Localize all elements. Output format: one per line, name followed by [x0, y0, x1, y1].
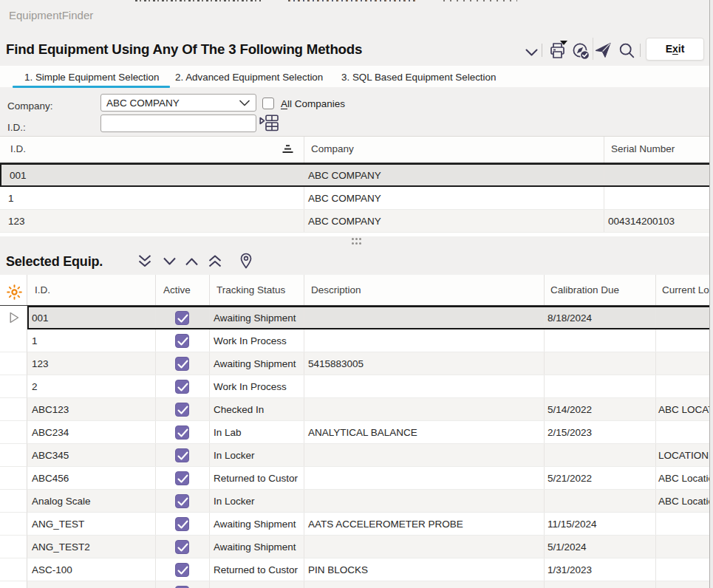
exit-button[interactable]: Exit [646, 38, 704, 61]
check-icon [177, 497, 188, 507]
results-grid-row[interactable]: 123ABC COMPANY004314200103 [0, 210, 710, 233]
equip-grid-row[interactable]: 001Awaiting Shipment8/18/2024 [0, 306, 710, 329]
active-checkbox[interactable] [175, 334, 189, 348]
cell-current-location [655, 558, 710, 581]
page-title: Find Equipment Using Any Of The 3 Follow… [6, 41, 362, 58]
equip-grid-row[interactable]: ABC345In LockerLOCATION [0, 444, 710, 467]
results-grid-row[interactable]: 001ABC COMPANY [0, 163, 710, 187]
column-header-id[interactable]: I.D. [0, 137, 304, 163]
equip-grid-row[interactable]: ANG_TEST2Awaiting Shipment5/1/2024 [0, 536, 710, 558]
equip-grid-row[interactable]: Analog ScaleIn LockerABC Locatio [0, 490, 710, 513]
cell-calibration-due: 11/15/2024 [544, 513, 655, 535]
cell-description: AATS ACCELEROMETER PROBE [304, 513, 544, 535]
splitter-grip[interactable] [352, 238, 362, 245]
active-checkbox[interactable] [175, 357, 189, 371]
search-icon[interactable] [619, 43, 635, 58]
tab-sql-based-equipment-selection[interactable]: 3. SQL Based Equipment Selection [336, 66, 500, 87]
cell-calibration-due [544, 581, 655, 588]
move-down-icon[interactable] [163, 256, 177, 267]
location-pin-icon[interactable] [240, 253, 252, 269]
company-dropdown-value: ABC COMPANY [106, 98, 180, 109]
cell-description [304, 536, 544, 558]
all-companies-label[interactable]: All Companies [281, 98, 345, 109]
cell-tracking-status: In Lab [209, 421, 304, 443]
indicator-column-header [0, 275, 27, 305]
column-header-tracking-status[interactable]: Tracking Status [209, 275, 304, 305]
cell-id: 1 [27, 329, 155, 352]
id-input[interactable] [100, 114, 256, 132]
column-header-id[interactable]: I.D. [27, 275, 155, 305]
cell-id: 001 [27, 306, 155, 329]
cell-tracking-status: In Locker [209, 444, 304, 466]
cell-id: ANG_TEST2 [27, 536, 155, 558]
equip-grid-row[interactable]: ABC123Checked In5/14/2022ABC LOCAT [0, 398, 710, 421]
move-all-down-icon[interactable] [137, 254, 152, 269]
cell-description [304, 329, 544, 352]
cell-current-location [655, 536, 710, 558]
background-window-remnant [288, 0, 415, 1]
equip-grid-row[interactable]: ABC234In LabANALYTICAL BALANCE2/15/2023 [0, 421, 710, 444]
cell-id: 001 [1, 165, 305, 185]
cell-description: ANALYTICAL BALANCE [304, 421, 544, 443]
move-up-icon[interactable] [185, 256, 199, 267]
cell-current-location: LOCATION [655, 444, 710, 466]
column-header-current-location[interactable]: Current Lo [655, 275, 710, 305]
row-indicator-cell [0, 352, 27, 375]
cell-id: ABC456 [27, 467, 155, 489]
results-grid-header: I.D. Company Serial Number [0, 137, 710, 163]
column-header-active[interactable]: Active [155, 275, 209, 305]
results-grid-row[interactable]: 1ABC COMPANY [0, 187, 710, 210]
selected-equipment-grid: I.D. Active Tracking Status Description … [0, 275, 710, 588]
column-header-serial-number[interactable]: Serial Number [604, 137, 710, 163]
cell-current-location: ABC Locatio [655, 490, 710, 512]
active-checkbox[interactable] [175, 517, 189, 531]
sort-ascending-icon [282, 145, 293, 154]
active-checkbox[interactable] [175, 311, 189, 325]
cell-calibration-due [544, 329, 655, 352]
active-checkbox[interactable] [175, 448, 189, 462]
move-all-up-icon[interactable] [208, 254, 222, 269]
cell-calibration-due [544, 352, 655, 375]
active-checkbox[interactable] [175, 494, 189, 508]
equip-grid-header: I.D. Active Tracking Status Description … [0, 275, 710, 306]
check-icon [177, 314, 188, 324]
equip-grid-row[interactable]: 1Work In Process [0, 329, 710, 352]
active-checkbox[interactable] [175, 586, 189, 588]
equipment-finder-window: EquipmentFinder Find Equipment Using Any… [0, 0, 710, 588]
equip-grid-row[interactable]: ABC456Returned to Custor5/21/2022ABC Loc… [0, 467, 710, 490]
equip-grid-row[interactable]: ANG_TESTAwaiting ShipmentAATS ACCELEROME… [0, 513, 710, 536]
active-checkbox[interactable] [175, 380, 189, 394]
tab-simple-equipment-selection[interactable]: 1. Simple Equipment Selection [13, 66, 170, 87]
column-header-calibration-due[interactable]: Calibration Due [544, 275, 655, 305]
active-checkbox[interactable] [175, 403, 189, 417]
cell-calibration-due: 8/18/2024 [544, 306, 655, 329]
toolbar-separator [640, 44, 641, 57]
cell-current-location [655, 306, 710, 329]
all-companies-checkbox[interactable] [262, 98, 274, 109]
row-indicator-cell [0, 467, 27, 490]
equip-grid-row[interactable]: ASC-100Returned to CustorPIN BLOCKS1/31/… [0, 558, 710, 581]
browse-equipment-icon[interactable] [259, 114, 279, 131]
equip-grid-row[interactable]: 2Work In Process [0, 375, 710, 398]
column-header-description[interactable]: Description [304, 275, 544, 305]
company-dropdown[interactable]: ABC COMPANY [100, 94, 256, 112]
active-checkbox[interactable] [175, 425, 189, 440]
cell-company: ABC COMPANY [304, 187, 604, 209]
equip-grid-row[interactable]: 123Awaiting Shipment5415883005 [0, 352, 710, 375]
cell-calibration-due: 2/15/2023 [544, 421, 655, 443]
send-icon[interactable] [595, 42, 611, 58]
column-header-company[interactable]: Company [304, 137, 604, 163]
active-checkbox[interactable] [175, 540, 189, 554]
cell-calibration-due: 1/31/2023 [544, 558, 655, 581]
dropdown-chevron-icon[interactable] [525, 49, 538, 57]
row-indicator-cell [0, 581, 27, 588]
navigation-check-icon[interactable] [573, 43, 590, 60]
active-checkbox[interactable] [175, 563, 189, 577]
tab-strip: 1. Simple Equipment Selection 2. Advance… [0, 66, 710, 87]
selected-equip-title: Selected Equip. [6, 254, 103, 270]
print-icon[interactable] [550, 40, 568, 59]
tab-advanced-equipment-selection[interactable]: 2. Advanced Equipment Selection [170, 66, 331, 87]
active-checkbox[interactable] [175, 471, 189, 485]
background-window-remnant [443, 0, 517, 1]
equip-grid-row[interactable] [0, 581, 710, 588]
